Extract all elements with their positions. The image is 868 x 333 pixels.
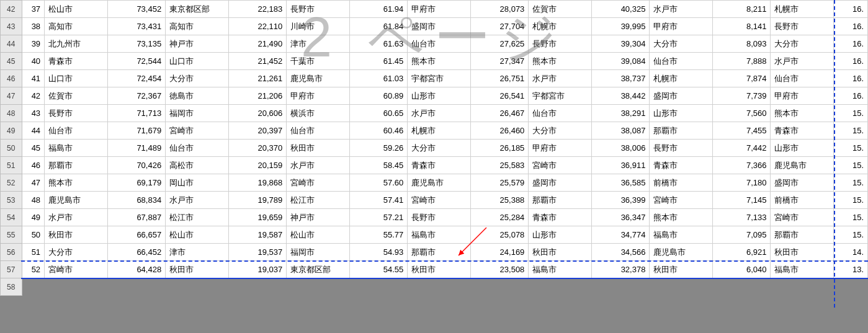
cell[interactable]: 57.60: [349, 174, 407, 192]
table-row[interactable]: 4439北九州市73,135神戸市21,490津市61.63仙台市27,625長…: [1, 35, 868, 53]
cell[interactable]: 45: [22, 140, 45, 157]
cell[interactable]: 山形市: [408, 87, 471, 105]
cell[interactable]: 16.: [834, 1, 868, 18]
cell[interactable]: 66,452: [107, 244, 165, 261]
table-row[interactable]: 4944仙台市71,679宮崎市20,397仙台市60.46札幌市26,460大…: [1, 122, 868, 140]
cell[interactable]: 67,887: [107, 209, 165, 226]
cell[interactable]: 7,560: [713, 105, 771, 122]
cell[interactable]: 38: [22, 18, 45, 35]
cell[interactable]: 39: [22, 35, 45, 53]
cell[interactable]: 20,606: [228, 105, 286, 122]
cell[interactable]: 札幌市: [529, 18, 592, 35]
row-header[interactable]: 48: [1, 105, 22, 122]
cell[interactable]: 19,587: [228, 226, 286, 244]
cell[interactable]: 16.: [834, 18, 868, 35]
cell[interactable]: 38,087: [591, 122, 649, 140]
cell[interactable]: 27,704: [470, 18, 528, 35]
cell[interactable]: 山形市: [650, 105, 713, 122]
cell[interactable]: 69,179: [107, 174, 165, 192]
cell[interactable]: 7,888: [713, 53, 771, 70]
cell[interactable]: 72,367: [107, 87, 165, 105]
cell[interactable]: 22,183: [228, 1, 286, 18]
cell-empty[interactable]: [228, 278, 286, 296]
cell[interactable]: 盛岡市: [650, 87, 713, 105]
cell[interactable]: 秋田市: [408, 261, 471, 278]
spreadsheet-grid[interactable]: 4237松山市73,452東京都区部22,183長野市61.94甲府市28,07…: [0, 0, 868, 296]
cell[interactable]: 鹿児島市: [771, 157, 834, 174]
cell[interactable]: 25,078: [470, 226, 528, 244]
row-header[interactable]: 43: [1, 18, 22, 35]
cell[interactable]: 水戸市: [287, 157, 350, 174]
cell[interactable]: 水戸市: [650, 1, 713, 18]
cell[interactable]: 38,442: [591, 87, 649, 105]
cell[interactable]: 長野市: [45, 105, 108, 122]
cell[interactable]: 秋田市: [529, 244, 592, 261]
cell[interactable]: 宇都宮市: [529, 87, 592, 105]
cell[interactable]: 39,995: [591, 18, 649, 35]
cell[interactable]: 福岡市: [287, 244, 350, 261]
cell[interactable]: 19,537: [228, 244, 286, 261]
table-row-empty[interactable]: 58: [1, 278, 868, 296]
cell[interactable]: 60.89: [349, 87, 407, 105]
cell[interactable]: 27,347: [470, 53, 528, 70]
cell[interactable]: 37: [22, 1, 45, 18]
cell[interactable]: 仙台市: [529, 105, 592, 122]
table-row[interactable]: 4237松山市73,452東京都区部22,183長野市61.94甲府市28,07…: [1, 1, 868, 18]
cell[interactable]: 甲府市: [408, 1, 471, 18]
cell[interactable]: 7,442: [713, 140, 771, 157]
row-header[interactable]: 46: [1, 70, 22, 87]
cell[interactable]: 仙台市: [287, 122, 350, 140]
row-header[interactable]: 53: [1, 192, 22, 209]
cell[interactable]: 26,185: [470, 140, 528, 157]
table-row[interactable]: 5550秋田市66,657松山市19,587松山市55.77福島市25,078山…: [1, 226, 868, 244]
cell[interactable]: 鹿児島市: [45, 192, 108, 209]
cell[interactable]: 60.46: [349, 122, 407, 140]
cell[interactable]: 7,133: [713, 209, 771, 226]
cell[interactable]: 山口市: [45, 70, 108, 87]
cell[interactable]: 仙台市: [650, 53, 713, 70]
cell-empty[interactable]: [713, 278, 771, 296]
cell[interactable]: 岡山市: [166, 174, 229, 192]
cell[interactable]: 秋田市: [287, 140, 350, 157]
cell[interactable]: 高知市: [166, 18, 229, 35]
cell[interactable]: 前橋市: [771, 192, 834, 209]
cell[interactable]: 大分市: [45, 244, 108, 261]
cell[interactable]: 19,659: [228, 209, 286, 226]
cell[interactable]: 津市: [287, 35, 350, 53]
cell[interactable]: 40,325: [591, 1, 649, 18]
cell[interactable]: 熊本市: [529, 53, 592, 70]
cell[interactable]: 16.: [834, 53, 868, 70]
cell[interactable]: 山口市: [166, 53, 229, 70]
cell[interactable]: 東京都区部: [287, 261, 350, 278]
row-header[interactable]: 42: [1, 1, 22, 18]
cell-empty[interactable]: [166, 278, 229, 296]
cell[interactable]: 那覇市: [408, 244, 471, 261]
cell[interactable]: 長野市: [529, 35, 592, 53]
cell-empty[interactable]: [287, 278, 350, 296]
cell[interactable]: 甲府市: [650, 18, 713, 35]
cell[interactable]: 大分市: [650, 35, 713, 53]
cell[interactable]: 24,169: [470, 244, 528, 261]
cell[interactable]: 16.: [834, 70, 868, 87]
cell[interactable]: 51: [22, 244, 45, 261]
row-header[interactable]: 57: [1, 261, 22, 278]
cell[interactable]: 宮崎市: [650, 192, 713, 209]
cell[interactable]: 神戸市: [287, 209, 350, 226]
cell[interactable]: 東京都区部: [166, 1, 229, 18]
cell[interactable]: 仙台市: [771, 70, 834, 87]
cell[interactable]: 徳島市: [166, 87, 229, 105]
cell[interactable]: 26,467: [470, 105, 528, 122]
cell[interactable]: 34,566: [591, 244, 649, 261]
cell-empty[interactable]: [408, 278, 471, 296]
cell[interactable]: 21,261: [228, 70, 286, 87]
cell[interactable]: 仙台市: [408, 35, 471, 53]
cell[interactable]: 8,093: [713, 35, 771, 53]
cell[interactable]: 水戸市: [166, 192, 229, 209]
row-header[interactable]: 54: [1, 209, 22, 226]
cell[interactable]: 福島市: [650, 226, 713, 244]
cell[interactable]: 73,135: [107, 35, 165, 53]
cell[interactable]: 15.: [834, 140, 868, 157]
cell[interactable]: 水戸市: [408, 105, 471, 122]
cell[interactable]: 55.77: [349, 226, 407, 244]
cell[interactable]: 15.: [834, 105, 868, 122]
